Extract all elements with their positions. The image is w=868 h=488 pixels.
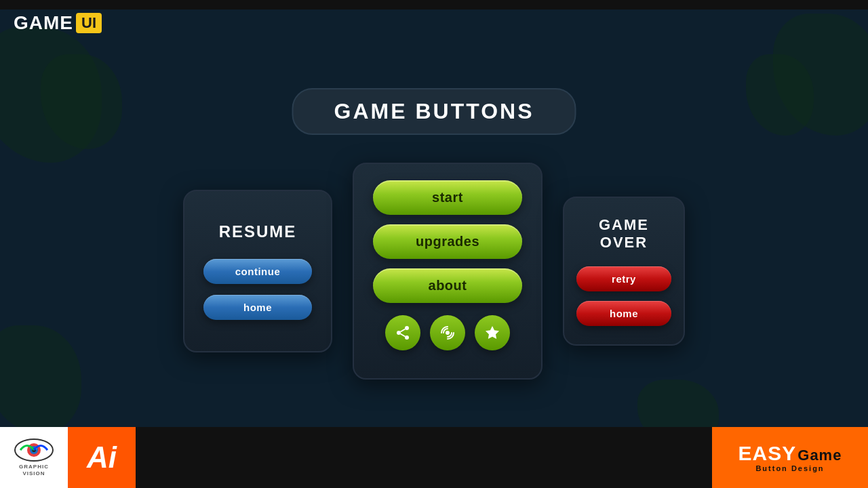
logo-game-text: GAME (14, 12, 73, 34)
svg-line-3 (401, 334, 406, 337)
svg-point-1 (397, 331, 401, 335)
about-button[interactable]: about (373, 268, 522, 303)
retry-button[interactable]: retry (576, 266, 671, 291)
main-title-wrap: GAME BUTTONS (292, 88, 576, 135)
upgrades-button[interactable]: upgrades (373, 224, 522, 259)
share-icon (395, 325, 411, 341)
svg-line-4 (401, 329, 406, 332)
gameover-card: GAME OVER retry home (563, 197, 685, 346)
bottom-bar: GRAPHIC VISION Ai EASY Game Button Desig… (0, 427, 868, 488)
graphic-vision-logo: GRAPHIC VISION (0, 427, 68, 488)
ai-text: Ai (87, 441, 117, 474)
home-button-resume[interactable]: home (203, 295, 312, 320)
gameover-line2: OVER (600, 234, 648, 251)
star-icon (484, 325, 500, 341)
resume-card-title: RESUME (219, 222, 297, 241)
continue-button[interactable]: continue (203, 259, 312, 284)
brand-sub: Button Design (755, 464, 824, 472)
top-bar (0, 0, 868, 9)
main-title-text: GAME BUTTONS (334, 99, 534, 123)
home-button-gameover[interactable]: home (576, 301, 671, 326)
illustrator-logo: Ai (68, 427, 136, 488)
logo-ui-badge: UI (76, 13, 102, 33)
radio-icon (439, 325, 456, 341)
svg-point-0 (405, 326, 409, 330)
svg-marker-6 (486, 326, 499, 339)
icon-row (385, 315, 510, 350)
gameover-line1: GAME (599, 216, 649, 233)
svg-point-5 (446, 331, 450, 335)
resume-card: RESUME continue home (183, 190, 332, 352)
svg-point-2 (405, 336, 409, 340)
radio-button[interactable] (430, 315, 465, 350)
main-title-box: GAME BUTTONS (292, 88, 576, 135)
brand-easy: EASY (738, 443, 797, 464)
brand-logo: EASY Game Button Design (712, 427, 868, 488)
main-card: start upgrades about (353, 163, 542, 380)
cards-container: RESUME continue home start upgrades abou… (183, 163, 685, 380)
bottom-left-logos: GRAPHIC VISION Ai (0, 427, 136, 488)
share-button[interactable] (385, 315, 420, 350)
logo: GAME UI (14, 12, 102, 34)
start-button[interactable]: start (373, 180, 522, 215)
brand-game: Game (797, 447, 842, 464)
star-button[interactable] (475, 315, 510, 350)
eye-icon (14, 438, 54, 462)
gameover-card-title: GAME OVER (599, 216, 649, 252)
gv-text: GRAPHIC VISION (19, 464, 49, 476)
